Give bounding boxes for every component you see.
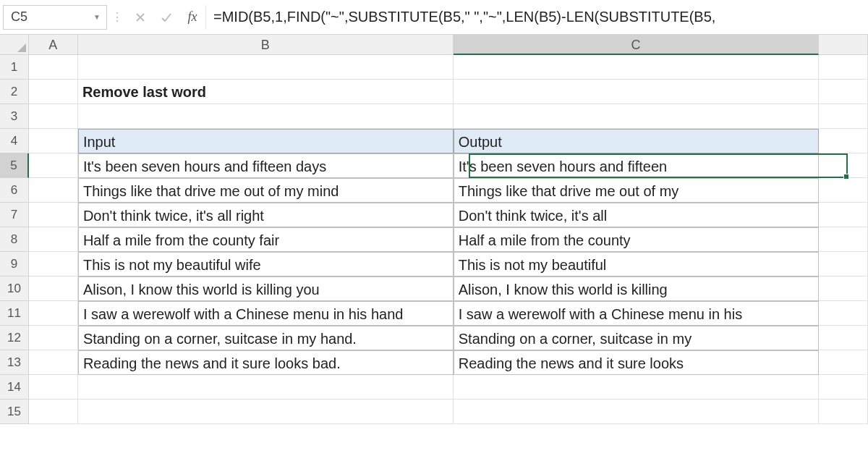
- col-header-a[interactable]: A: [29, 35, 78, 55]
- select-all-corner[interactable]: [0, 35, 29, 55]
- cell[interactable]: This is not my beautiful wife: [78, 252, 454, 276]
- cell[interactable]: [29, 350, 78, 375]
- cell[interactable]: [29, 400, 78, 424]
- formula-bar: C5 ▼ ⋮ fx =MID(B5,1,FIND("~",SUBSTITUTE(…: [0, 0, 868, 35]
- table-header-input[interactable]: Input: [78, 129, 454, 153]
- row-header[interactable]: 9: [0, 252, 29, 276]
- cell[interactable]: It's been seven hours and fifteen: [454, 153, 819, 178]
- col-header-d[interactable]: [819, 35, 868, 55]
- cell[interactable]: [454, 375, 819, 400]
- cell[interactable]: [819, 178, 868, 203]
- cell[interactable]: [819, 252, 868, 276]
- row-header[interactable]: 12: [0, 326, 29, 350]
- row-header[interactable]: 11: [0, 301, 29, 326]
- cell[interactable]: [819, 326, 868, 350]
- cell[interactable]: Standing on a corner, suitcase in my: [454, 326, 819, 350]
- cell[interactable]: Alison, I know this world is killing: [454, 276, 819, 301]
- cell[interactable]: [29, 153, 78, 178]
- cell[interactable]: Reading the news and it sure looks: [454, 350, 819, 375]
- cell[interactable]: [78, 400, 454, 424]
- cell[interactable]: [29, 301, 78, 326]
- chevron-down-icon[interactable]: ▼: [93, 13, 101, 21]
- cell[interactable]: [819, 350, 868, 375]
- cell[interactable]: [454, 104, 819, 129]
- cell[interactable]: [454, 400, 819, 424]
- col-header-c[interactable]: C: [454, 35, 820, 55]
- cell[interactable]: [819, 227, 868, 252]
- fx-icon[interactable]: fx: [179, 5, 205, 30]
- cell[interactable]: Standing on a corner, suitcase in my han…: [78, 326, 454, 350]
- cell[interactable]: [454, 55, 819, 80]
- cell[interactable]: I saw a werewolf with a Chinese menu in …: [454, 301, 819, 326]
- cancel-icon[interactable]: [127, 5, 153, 30]
- cell[interactable]: Half a mile from the county: [454, 227, 819, 252]
- formula-input[interactable]: =MID(B5,1,FIND("~",SUBSTITUTE(B5," ","~"…: [205, 5, 865, 30]
- page-title[interactable]: Remove last word: [78, 80, 454, 104]
- cell[interactable]: It's been seven hours and fifteen days: [78, 153, 454, 178]
- spreadsheet-grid: A B C 1 2 3 4 5 6 7 8 9 10 11 12 13 14 1…: [0, 35, 868, 456]
- name-box-value: C5: [11, 9, 27, 25]
- row-header[interactable]: 3: [0, 104, 29, 129]
- cell[interactable]: I saw a werewolf with a Chinese menu in …: [78, 301, 454, 326]
- row-headers: 1 2 3 4 5 6 7 8 9 10 11 12 13 14 15: [0, 55, 29, 424]
- row-header[interactable]: 15: [0, 400, 29, 424]
- cell[interactable]: [819, 129, 868, 153]
- cell[interactable]: [454, 80, 819, 104]
- cell[interactable]: Half a mile from the county fair: [78, 227, 454, 252]
- row-header[interactable]: 5: [0, 153, 29, 178]
- cell[interactable]: [78, 375, 454, 400]
- cell[interactable]: [29, 129, 78, 153]
- cell[interactable]: [819, 375, 868, 400]
- cell[interactable]: [819, 400, 868, 424]
- row-header[interactable]: 10: [0, 276, 29, 301]
- cell[interactable]: [819, 276, 868, 301]
- cell[interactable]: [819, 104, 868, 129]
- cell[interactable]: Reading the news and it sure looks bad.: [78, 350, 454, 375]
- cell[interactable]: [78, 104, 454, 129]
- cell[interactable]: Things like that drive me out of my: [454, 178, 819, 203]
- cell[interactable]: Don't think twice, it's all: [454, 203, 819, 227]
- cell[interactable]: [29, 104, 78, 129]
- cell[interactable]: [819, 55, 868, 80]
- cell[interactable]: [29, 375, 78, 400]
- cell[interactable]: [29, 252, 78, 276]
- row-header[interactable]: 6: [0, 178, 29, 203]
- row-header[interactable]: 7: [0, 203, 29, 227]
- cell[interactable]: [29, 55, 78, 80]
- row-header[interactable]: 1: [0, 55, 29, 80]
- col-header-b[interactable]: B: [78, 35, 454, 55]
- row-header[interactable]: 13: [0, 350, 29, 375]
- cell[interactable]: [819, 203, 868, 227]
- cell[interactable]: [29, 227, 78, 252]
- cell[interactable]: Things like that drive me out of my mind: [78, 178, 454, 203]
- row-header[interactable]: 14: [0, 375, 29, 400]
- row-header[interactable]: 8: [0, 227, 29, 252]
- divider: ⋮: [107, 10, 127, 24]
- name-box[interactable]: C5 ▼: [3, 5, 107, 30]
- cell[interactable]: [29, 80, 78, 104]
- cell[interactable]: [819, 153, 868, 178]
- cells-area: Remove last word InputOutput It's been s…: [29, 55, 868, 424]
- row-header[interactable]: 2: [0, 80, 29, 104]
- cell[interactable]: [29, 203, 78, 227]
- cell[interactable]: [29, 326, 78, 350]
- enter-icon[interactable]: [153, 5, 179, 30]
- cell[interactable]: Don't think twice, it's all right: [78, 203, 454, 227]
- cell[interactable]: [29, 178, 78, 203]
- cell[interactable]: [78, 55, 454, 80]
- row-header[interactable]: 4: [0, 129, 29, 153]
- cell[interactable]: [819, 80, 868, 104]
- cell[interactable]: Alison, I know this world is killing you: [78, 276, 454, 301]
- cell[interactable]: [819, 301, 868, 326]
- table-header-output[interactable]: Output: [454, 129, 819, 153]
- column-headers: A B C: [29, 35, 868, 55]
- cell[interactable]: [29, 276, 78, 301]
- cell[interactable]: This is not my beautiful: [454, 252, 819, 276]
